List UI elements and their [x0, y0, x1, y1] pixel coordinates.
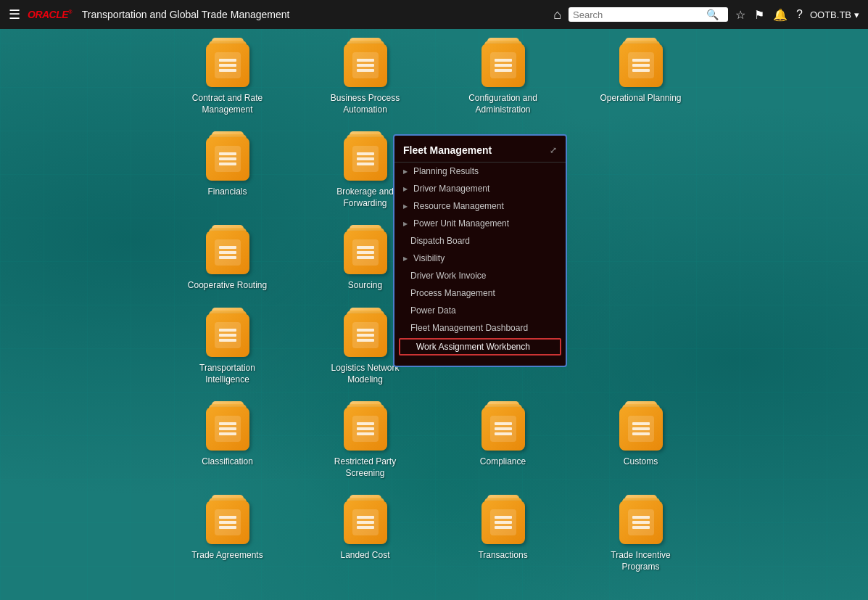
oracle-wordmark: ORACLE® [28, 9, 72, 20]
fleet-menu-resource-management[interactable]: Resource Management [394, 197, 566, 215]
tile-contract-rate[interactable]: Contract and RateManagement [181, 44, 275, 115]
tile-label-sourcing: Sourcing [348, 280, 382, 292]
tile-icon-logistics-network [344, 313, 387, 357]
tile-transactions[interactable]: Transactions [456, 501, 550, 572]
tile-restricted-party[interactable]: Restricted PartyScreening [318, 407, 413, 479]
search-bar[interactable]: 🔍 [569, 7, 728, 22]
tile-label-classification: Classification [202, 456, 253, 468]
tile-icon-operational [619, 44, 663, 87]
oracle-logo: ORACLE® [28, 9, 72, 20]
tile-label-trade-incentive: Trade IncentivePrograms [611, 550, 670, 572]
tile-trade-agreements[interactable]: Trade Agreements [181, 501, 275, 572]
tile-label-transportation-intel: TransportationIntelligence [199, 363, 255, 385]
fleet-menu-power-data[interactable]: Power Data [394, 302, 566, 319]
tile-icon-customs [619, 407, 663, 451]
user-chevron-icon: ▾ [854, 9, 859, 20]
tile-icon-brokerage [344, 137, 387, 181]
tile-label-restricted-party: Restricted PartyScreening [334, 456, 396, 479]
tile-label-operational: Operational Planning [600, 93, 681, 104]
fleet-menu-list: Planning ResultsDriver ManagementResourc… [394, 163, 566, 356]
fleet-menu-driver-management[interactable]: Driver Management [394, 180, 566, 197]
tile-icon-restricted-party [344, 407, 387, 451]
tile-transportation-intel[interactable]: TransportationIntelligence [181, 313, 275, 385]
tile-icon-classification [206, 407, 249, 451]
user-menu[interactable]: OOTB.TB ▾ [810, 9, 859, 20]
tile-label-financials: Financials [207, 186, 247, 198]
app-title: Transportation and Global Trade Manageme… [82, 9, 290, 20]
fleet-menu-visibility[interactable]: Visibility [394, 250, 566, 267]
tile-label-landed-cost: Landed Cost [340, 550, 389, 562]
fleet-menu-power-unit[interactable]: Power Unit Management [394, 215, 566, 232]
fleet-popup-header: Fleet Management ⤢ [394, 144, 566, 163]
tile-cooperative[interactable]: Cooperative Routing [181, 231, 275, 292]
tile-customs[interactable]: Customs [594, 407, 688, 479]
tile-operational[interactable]: Operational Planning [594, 44, 688, 115]
fleet-menu-process-management[interactable]: Process Management [394, 284, 566, 302]
tile-icon-contract-rate [206, 44, 249, 87]
tile-icon-compliance [481, 407, 525, 451]
flag-icon[interactable]: ⚑ [754, 8, 764, 22]
fleet-menu-work-assignment[interactable]: Work Assignment Workbench [399, 338, 561, 356]
tile-classification[interactable]: Classification [181, 407, 275, 479]
star-icon[interactable]: ☆ [735, 8, 745, 22]
fleet-menu-dispatch-board[interactable]: Dispatch Board [394, 232, 566, 250]
tile-configuration[interactable]: Configuration andAdministration [456, 44, 550, 115]
tile-icon-transactions [481, 501, 525, 544]
bell-icon[interactable]: 🔔 [773, 8, 788, 22]
tile-label-cooperative: Cooperative Routing [188, 280, 267, 292]
tile-label-configuration: Configuration andAdministration [468, 93, 537, 115]
tile-icon-sourcing [344, 231, 387, 274]
fleet-popup-title: Fleet Management [403, 144, 492, 156]
hamburger-icon: ☰ [9, 7, 20, 22]
home-button[interactable]: ⌂ [553, 7, 561, 22]
tile-icon-transportation-intel [206, 313, 249, 357]
top-navbar: ☰ ORACLE® Transportation and Global Trad… [0, 0, 868, 29]
fleet-menu-fleet-dashboard[interactable]: Fleet Management Dashboard [394, 319, 566, 337]
tile-label-customs: Customs [624, 456, 658, 468]
tile-financials[interactable]: Financials [181, 137, 275, 209]
tile-trade-incentive[interactable]: Trade IncentivePrograms [594, 501, 688, 572]
tile-icon-trade-agreements [206, 501, 249, 544]
fleet-menu-planning-results[interactable]: Planning Results [394, 163, 566, 180]
tile-label-transactions: Transactions [478, 550, 527, 562]
tile-icon-business-process [344, 44, 387, 87]
help-icon[interactable]: ? [796, 8, 803, 21]
tile-icon-landed-cost [344, 501, 387, 544]
fleet-management-popup: Fleet Management ⤢ Planning ResultsDrive… [393, 134, 567, 367]
tile-landed-cost[interactable]: Landed Cost [318, 501, 413, 572]
tile-compliance[interactable]: Compliance [456, 407, 550, 479]
tile-icon-configuration [481, 44, 525, 87]
navbar-icons: ☆ ⚑ 🔔 ? [735, 8, 803, 22]
fleet-menu-driver-work-invoice[interactable]: Driver Work Invoice [394, 267, 566, 284]
tile-label-compliance: Compliance [480, 456, 526, 468]
tile-label-business-process: Business ProcessAutomation [331, 93, 400, 115]
tile-icon-cooperative [206, 231, 249, 274]
search-icon: 🔍 [706, 9, 719, 20]
tile-label-contract-rate: Contract and RateManagement [192, 93, 263, 115]
tile-business-process[interactable]: Business ProcessAutomation [318, 44, 413, 115]
user-label: OOTB.TB [810, 9, 851, 20]
hamburger-menu[interactable]: ☰ [9, 7, 20, 22]
tile-icon-financials [206, 137, 249, 181]
tile-label-logistics-network: Logistics NetworkModeling [331, 363, 399, 385]
tile-label-brokerage: Brokerage andForwarding [336, 186, 394, 209]
tile-label-trade-agreements: Trade Agreements [191, 550, 263, 562]
search-input[interactable] [573, 9, 703, 20]
fleet-popup-expand-icon[interactable]: ⤢ [550, 145, 557, 155]
tile-icon-trade-incentive [619, 501, 663, 544]
